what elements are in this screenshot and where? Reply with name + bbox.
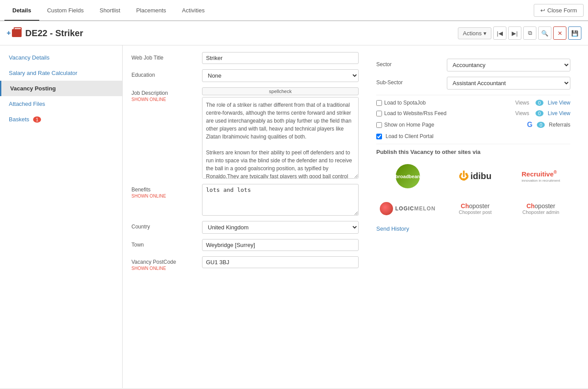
job-description-textarea[interactable]: The role of a striker is rather differen… — [202, 97, 359, 179]
postcode-row: Vacancy PostCode SHOWN ONLINE — [131, 256, 359, 271]
town-row: Town — [131, 239, 359, 251]
sidebar-item-baskets[interactable]: Baskets 1 — [0, 112, 122, 127]
sidebar-item-salary-calculator[interactable]: Salary and Rate Calculator — [0, 65, 122, 81]
idibu-logo-button[interactable]: ⏻ idibu — [446, 161, 505, 192]
web-job-title-label: Web Job Title — [131, 52, 202, 61]
actions-dropdown-button[interactable]: Actions ▾ — [458, 27, 491, 39]
subsector-select[interactable]: Assistant Accountant — [447, 77, 570, 90]
choposter-post-subtitle: Choposter post — [459, 209, 492, 215]
broadbean-icon: broadbean — [396, 164, 420, 188]
tab-details[interactable]: Details — [4, 1, 39, 21]
referrals-group: G 0 Referrals — [527, 121, 570, 129]
choposter-post-logo: Choposter Choposter post — [459, 202, 492, 215]
web-job-title-input[interactable] — [202, 52, 359, 64]
recruitive-sup: ® — [554, 170, 557, 175]
delete-button[interactable]: ✕ — [553, 26, 566, 40]
header-bar: + DE22 - Striker Actions ▾ |◀ ▶| ⧉ 🔍 ✕ 💾 — [0, 21, 588, 45]
tab-placements[interactable]: Placements — [128, 1, 174, 21]
benefits-row: Benefits SHOWN ONLINE lots and lots — [131, 184, 359, 216]
subsector-label: Sub-Sector — [376, 77, 447, 86]
town-input[interactable] — [202, 239, 359, 251]
job-description-row: Job Description SHOWN ONLINE spellcheck … — [131, 87, 359, 179]
website-checkbox[interactable] — [376, 111, 382, 116]
search-button[interactable]: 🔍 — [538, 26, 551, 40]
form-two-col: Web Job Title Education None GCSE A Leve… — [131, 52, 579, 276]
oposter-admin-text: oposter — [535, 202, 555, 209]
idibu-text: idibu — [470, 171, 491, 181]
publish-title: Publish this Vacancy to other sites via — [376, 149, 570, 155]
tab-custom-fields[interactable]: Custom Fields — [39, 1, 92, 21]
spotajob-views-badge: 0 — [536, 100, 543, 106]
idibu-logo: ⏻ idibu — [459, 171, 491, 182]
sector-select[interactable]: Accountancy — [447, 59, 570, 71]
choposter-admin-title: Choposter — [522, 202, 559, 209]
sidebar-item-vacancy-details[interactable]: Vacancy Details — [0, 50, 122, 65]
idibu-power-icon: ⏻ — [459, 171, 468, 182]
spellcheck-button[interactable]: spellcheck — [202, 87, 359, 95]
country-label: Country — [131, 221, 202, 230]
website-views-group: Views 0 Live View — [515, 110, 570, 116]
website-checkbox-group: Load to Website/Rss Feed — [376, 110, 515, 116]
town-label: Town — [131, 239, 202, 248]
add-icon[interactable]: + — [7, 29, 11, 37]
homepage-checkbox[interactable] — [376, 122, 382, 128]
cho-admin-text: Ch — [526, 202, 535, 209]
recruitive-text: Recruitive — [522, 171, 554, 178]
right-form-column: Sector Accountancy Sub-Sector Assistant … — [367, 52, 579, 276]
spotajob-live-view-link[interactable]: Live View — [548, 100, 570, 106]
first-record-button[interactable]: |◀ — [493, 26, 506, 40]
spotajob-views-group: Views 0 Live View — [515, 100, 570, 106]
website-live-view-link[interactable]: Live View — [548, 110, 570, 116]
tab-shortlist[interactable]: Shortlist — [92, 1, 128, 21]
spotajob-checkbox[interactable] — [376, 100, 382, 106]
education-label: Education — [131, 69, 202, 78]
section-divider-2 — [376, 144, 570, 144]
homepage-row: Show on Home Page G 0 Referrals — [376, 121, 570, 129]
section-divider-1 — [376, 95, 570, 95]
save-button[interactable]: 💾 — [568, 26, 581, 40]
referrals-badge: 0 — [537, 122, 545, 128]
content-area: Web Job Title Education None GCSE A Leve… — [123, 45, 588, 388]
postcode-input[interactable] — [202, 256, 359, 268]
country-select[interactable]: United Kingdom — [202, 221, 359, 234]
sector-label: Sector — [376, 59, 447, 67]
choposter-admin-logo: Choposter Choposter admin — [522, 202, 559, 215]
broadbean-text: broadbean — [395, 174, 420, 179]
education-row: Education None GCSE A Level Degree — [131, 69, 359, 82]
client-portal-checkbox[interactable] — [376, 134, 382, 139]
record-id: + DE22 - Striker — [7, 28, 83, 38]
choposter-admin-logo-button[interactable]: Choposter Choposter admin — [511, 198, 570, 219]
sector-row: Sector Accountancy — [376, 59, 570, 71]
broadbean-logo-button[interactable]: broadbean — [376, 161, 439, 192]
website-row: Load to Website/Rss Feed Views 0 Live Vi… — [376, 110, 570, 116]
copy-button[interactable]: ⧉ — [523, 26, 536, 40]
left-form-column: Web Job Title Education None GCSE A Leve… — [131, 52, 359, 276]
logos-grid: broadbean ⏻ idibu — [376, 161, 570, 219]
header-actions: Actions ▾ |◀ ▶| ⧉ 🔍 ✕ 💾 — [458, 26, 581, 40]
choposter-admin-subtitle: Choposter admin — [522, 209, 559, 215]
recruitive-logo-button[interactable]: Recruitive® innovation in recruitment — [511, 161, 570, 192]
education-select[interactable]: None GCSE A Level Degree — [202, 69, 359, 82]
logicmelon-logo-button[interactable]: LOGICMELON — [376, 198, 439, 219]
sidebar-item-vacancy-posting[interactable]: Vacancy Posting — [0, 81, 122, 96]
next-record-button[interactable]: ▶| — [508, 26, 521, 40]
job-description-label: Job Description SHOWN ONLINE — [131, 87, 202, 102]
subsector-row: Sub-Sector Assistant Accountant — [376, 77, 570, 90]
logicmelon-text: LOGICMELON — [395, 206, 435, 212]
choposter-post-logo-button[interactable]: Choposter Choposter post — [446, 198, 505, 219]
client-portal-row: Load to Client Portal — [376, 133, 570, 139]
benefits-textarea[interactable]: lots and lots — [202, 184, 359, 216]
send-history-link[interactable]: Send History — [376, 225, 570, 232]
benefits-label: Benefits SHOWN ONLINE — [131, 184, 202, 198]
sidebar-item-attached-files[interactable]: Attached Files — [0, 96, 122, 112]
dropdown-arrow-icon: ▾ — [483, 30, 487, 37]
website-views-badge: 0 — [536, 110, 543, 116]
spotajob-checkbox-group: Load to SpotaJob — [376, 100, 515, 106]
postcode-label: Vacancy PostCode SHOWN ONLINE — [131, 256, 202, 271]
homepage-checkbox-group: Show on Home Page — [376, 122, 527, 128]
publish-section: Publish this Vacancy to other sites via … — [376, 149, 570, 232]
tab-activities[interactable]: Activities — [174, 1, 213, 21]
close-form-button[interactable]: ↩ Close Form — [534, 4, 584, 17]
record-icons: + — [7, 29, 22, 37]
recruitive-logo: Recruitive® innovation in recruitment — [522, 170, 560, 182]
